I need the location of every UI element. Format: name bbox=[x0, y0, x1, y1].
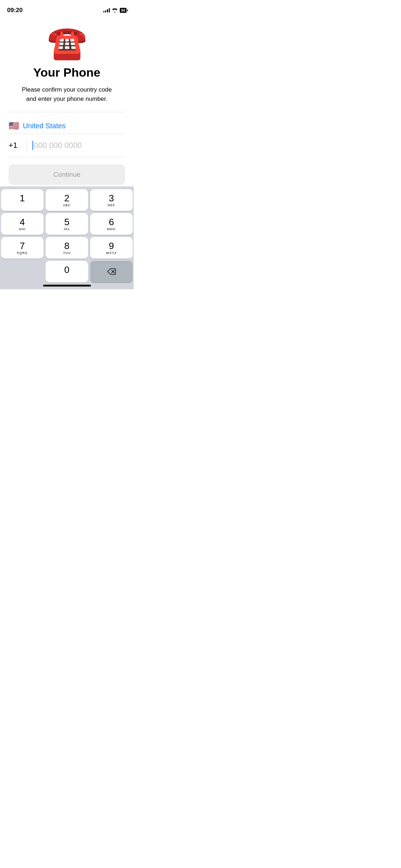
country-selector[interactable]: 🇺🇸 United States bbox=[9, 118, 125, 134]
phone-emoji: ☎️ bbox=[47, 26, 87, 58]
divider-top bbox=[9, 112, 125, 112]
phone-number-input[interactable]: 000 000 0000 bbox=[32, 141, 125, 150]
status-bar: 09:20 84 bbox=[0, 0, 134, 16]
continue-button[interactable]: Continue bbox=[9, 164, 125, 185]
keyboard: 1 2 ABC 3 DEF 4 GHI 5 JKL 6 MNO 7 PQRS bbox=[0, 186, 134, 289]
wifi-icon bbox=[112, 8, 118, 12]
country-code: +1 bbox=[9, 141, 26, 150]
key-2[interactable]: 2 ABC bbox=[46, 189, 88, 211]
key-1[interactable]: 1 bbox=[1, 189, 43, 211]
status-time: 09:20 bbox=[7, 7, 22, 14]
keyboard-row-4: 0 bbox=[1, 261, 133, 283]
input-divider bbox=[26, 140, 27, 151]
key-4[interactable]: 4 GHI bbox=[1, 213, 43, 235]
keyboard-row-2: 4 GHI 5 JKL 6 MNO bbox=[1, 213, 133, 235]
key-7[interactable]: 7 PQRS bbox=[1, 237, 43, 259]
text-cursor bbox=[32, 141, 33, 150]
home-indicator bbox=[43, 285, 91, 286]
key-8[interactable]: 8 TUV bbox=[46, 237, 88, 259]
signal-icon bbox=[103, 8, 110, 12]
key-0[interactable]: 0 bbox=[46, 261, 88, 283]
key-empty bbox=[1, 261, 43, 283]
keyboard-row-3: 7 PQRS 8 TUV 9 WXYZ bbox=[1, 237, 133, 259]
battery-icon: 84 bbox=[120, 8, 127, 13]
country-flag: 🇺🇸 bbox=[9, 121, 19, 131]
page-title: Your Phone bbox=[33, 66, 100, 79]
delete-icon bbox=[107, 268, 116, 276]
page-subtitle: Please confirm your country codeand ente… bbox=[22, 85, 112, 103]
key-9[interactable]: 9 WXYZ bbox=[90, 237, 133, 259]
keyboard-row-1: 1 2 ABC 3 DEF bbox=[1, 189, 133, 211]
main-content: ☎️ Your Phone Please confirm your countr… bbox=[0, 16, 134, 185]
key-6[interactable]: 6 MNO bbox=[90, 213, 133, 235]
country-name: United States bbox=[23, 122, 66, 130]
key-5[interactable]: 5 JKL bbox=[46, 213, 88, 235]
phone-input-row: +1 000 000 0000 bbox=[9, 134, 125, 157]
phone-placeholder: 000 000 0000 bbox=[34, 141, 82, 150]
status-icons: 84 bbox=[103, 8, 127, 13]
divider-bottom bbox=[9, 157, 125, 157]
key-3[interactable]: 3 DEF bbox=[90, 189, 133, 211]
key-delete[interactable] bbox=[90, 261, 133, 283]
